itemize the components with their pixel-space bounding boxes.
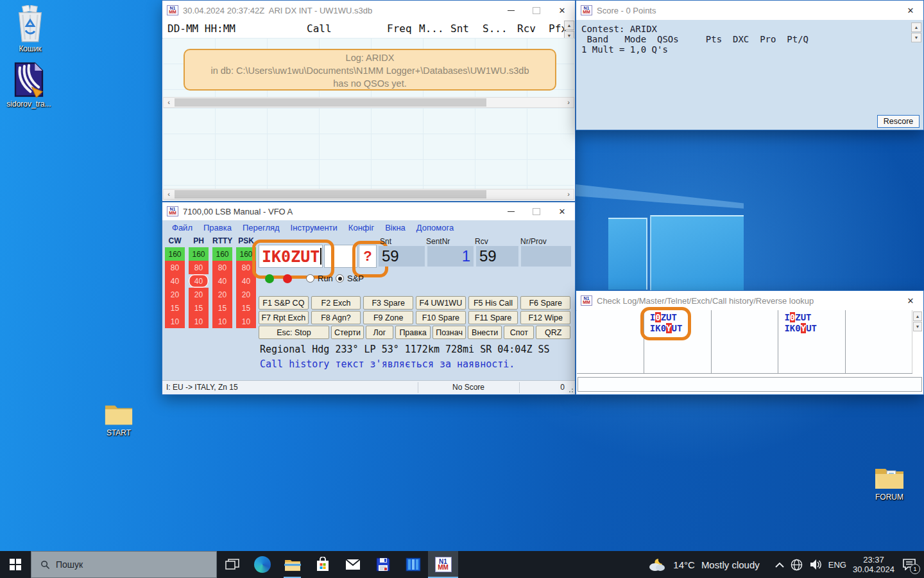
band-button-cw-15[interactable]: 15 (165, 301, 185, 315)
fkey-button-f7[interactable]: F7 Rpt Exch (259, 311, 309, 324)
menu-item-4[interactable]: Конфіг (348, 223, 374, 232)
taskbar-clock[interactable]: 23:37 30.04.2024 (853, 555, 894, 574)
log-hscrollbar-2[interactable]: ‹ › (163, 189, 574, 200)
fkey-button-f6[interactable]: F6 Spare (520, 296, 570, 310)
rcv-field[interactable]: 59 (476, 246, 518, 267)
band-button-psk-40[interactable]: 40 (236, 274, 256, 288)
band-button-psk-80[interactable]: 80 (236, 261, 256, 274)
minimize-button[interactable] (498, 1, 524, 20)
spin-down-icon[interactable]: ▼ (913, 322, 922, 331)
mail-button[interactable] (338, 551, 368, 578)
close-button[interactable]: ✕ (898, 1, 923, 20)
action-button-7[interactable]: QRZ (536, 326, 570, 339)
band-button-rtty-10[interactable]: 10 (212, 315, 232, 328)
desktop-icon-forum-folder[interactable]: FORUM (865, 465, 914, 502)
band-button-ph-80[interactable]: 80 (189, 261, 209, 274)
archive-app-button[interactable] (398, 551, 428, 578)
band-button-ph-160[interactable]: 160 (189, 247, 209, 261)
band-button-psk-10[interactable]: 10 (236, 315, 256, 328)
callsign-input[interactable]: IK0ZUT (259, 245, 323, 268)
exchange-input[interactable] (324, 245, 357, 268)
spin-up-icon[interactable]: ▲ (913, 311, 922, 321)
scroll-right-icon[interactable]: › (563, 98, 574, 107)
fkey-button-f2[interactable]: F2 Exch (311, 296, 361, 310)
resize-grip-icon[interactable] (569, 388, 574, 393)
fkey-button-f4[interactable]: F4 UW1WU (416, 296, 466, 310)
sp-radio[interactable]: S&P (336, 274, 364, 283)
menu-item-3[interactable]: Інструменти (291, 223, 338, 232)
check-entry-0[interactable]: I0ZUTIK0YUT (644, 310, 683, 334)
action-button-2[interactable]: Лог (366, 326, 393, 339)
band-button-psk-20[interactable]: 20 (236, 288, 256, 301)
action-button-6[interactable]: Спот (504, 326, 534, 339)
menu-item-2[interactable]: Перегляд (243, 223, 280, 232)
spin-down-icon[interactable]: ▼ (911, 33, 921, 42)
close-button[interactable]: ✕ (549, 1, 575, 20)
fkey-button-f10[interactable]: F10 Spare (416, 311, 466, 324)
band-button-cw-40[interactable]: 40 (165, 274, 185, 288)
scroll-left-icon[interactable]: ‹ (164, 98, 174, 107)
fkey-button-f12[interactable]: F12 Wipe (520, 311, 570, 324)
fkey-button-f3[interactable]: F3 Spare (363, 296, 413, 310)
band-button-ph-10[interactable]: 10 (189, 315, 209, 328)
scroll-right-icon[interactable]: › (563, 189, 574, 199)
fkey-button-f5[interactable]: F5 His Call (468, 296, 518, 310)
backup-app-button[interactable] (368, 551, 398, 578)
band-button-rtty-40[interactable]: 40 (212, 274, 232, 288)
score-spinner[interactable]: ▲ ▼ (911, 22, 921, 43)
fkey-button-f1[interactable]: F1 S&P CQ (259, 296, 309, 310)
partial-check-indicator[interactable]: ? (359, 245, 377, 268)
fkey-button-f9[interactable]: F9 Zone (363, 311, 413, 324)
check-spinner[interactable]: ▲ ▼ (913, 311, 922, 332)
band-button-cw-20[interactable]: 20 (165, 288, 185, 301)
fkey-button-f11[interactable]: F11 Spare (468, 311, 518, 324)
band-button-ph-40[interactable]: 40 (189, 274, 209, 288)
band-button-rtty-160[interactable]: 160 (212, 247, 232, 261)
band-button-rtty-80[interactable]: 80 (212, 261, 232, 274)
action-center-button[interactable]: 1 (901, 556, 918, 573)
band-button-cw-160[interactable]: 160 (165, 247, 185, 261)
snt-field[interactable]: 59 (379, 246, 425, 267)
sentnr-field[interactable]: 1 (427, 246, 474, 267)
speaker-icon[interactable] (809, 559, 822, 570)
check-titlebar[interactable]: N1MM Check Log/Master/Telnet/Exch/Call h… (576, 291, 923, 311)
minimize-button[interactable] (498, 202, 524, 221)
check-entry-1[interactable]: I0ZUTIK0YUT (778, 310, 817, 334)
band-button-psk-160[interactable]: 160 (236, 247, 256, 261)
entry-titlebar[interactable]: N1MM 7100,00 LSB Manual - VFO A ✕ (162, 202, 575, 221)
store-button[interactable] (307, 551, 338, 578)
band-button-rtty-15[interactable]: 15 (212, 301, 232, 315)
score-titlebar[interactable]: N1MM Score - 0 Points ✕ (576, 1, 923, 21)
weather-temp[interactable]: 14°C (673, 559, 695, 570)
scroll-left-icon[interactable]: ‹ (164, 189, 174, 199)
desktop-icon-recycle-bin[interactable]: Кошик (5, 5, 55, 53)
menu-item-5[interactable]: Вікна (385, 223, 406, 232)
scroll-thumb[interactable] (175, 190, 486, 198)
nrprov-field[interactable] (521, 246, 571, 267)
action-button-3[interactable]: Правка (395, 326, 431, 339)
menu-item-6[interactable]: Допомога (416, 223, 454, 232)
taskbar-search[interactable]: Пошук (31, 551, 217, 578)
log-hscrollbar-1[interactable]: ‹ › (163, 97, 574, 108)
language-indicator[interactable]: ENG (828, 560, 846, 570)
band-button-ph-20[interactable]: 20 (189, 288, 209, 301)
close-button[interactable]: ✕ (549, 202, 575, 221)
menu-item-1[interactable]: Правка (203, 223, 232, 232)
start-button[interactable] (0, 551, 31, 578)
run-radio[interactable]: Run (306, 274, 333, 283)
weather-desc[interactable]: Mostly cloudy (701, 559, 760, 570)
scroll-thumb[interactable] (175, 98, 486, 107)
band-button-cw-10[interactable]: 10 (165, 315, 185, 328)
action-button-4[interactable]: Познач (432, 326, 465, 339)
desktop-icon-start-folder[interactable]: START (96, 402, 141, 437)
network-globe-icon[interactable] (791, 559, 803, 571)
band-button-psk-15[interactable]: 15 (236, 301, 256, 315)
action-button-0[interactable]: Esc: Stop (259, 326, 329, 339)
band-button-cw-80[interactable]: 80 (165, 261, 185, 274)
action-button-5[interactable]: Внести (468, 326, 502, 339)
maximize-button[interactable] (524, 202, 549, 221)
edge-button[interactable] (247, 551, 277, 578)
rescore-button[interactable]: Rescore (877, 115, 920, 128)
desktop-icon-sidorov-file[interactable]: sidorov_tra... (1, 62, 56, 109)
menu-item-0[interactable]: Файл (172, 223, 193, 232)
